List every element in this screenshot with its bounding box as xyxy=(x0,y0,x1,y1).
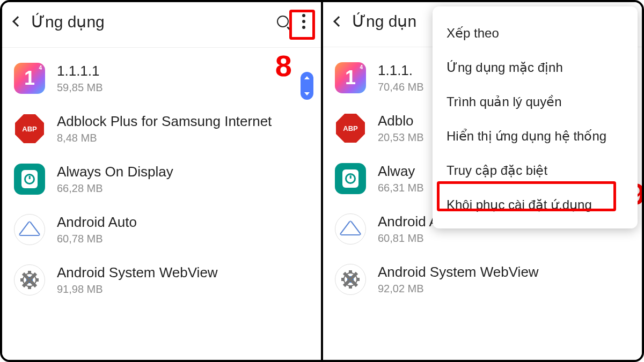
menu-show-system-apps[interactable]: Hiển thị ứng dụng hệ thống xyxy=(433,119,638,153)
app-icon-aod xyxy=(14,164,45,195)
app-icon-adblock: ABP xyxy=(335,113,366,144)
app-row[interactable]: ABP Adblock Plus for Samsung Internet 8,… xyxy=(2,104,321,154)
menu-reset-app-preferences[interactable]: Khôi phục cài đặt ứ.dụng xyxy=(433,188,638,222)
chevron-down-icon xyxy=(304,92,310,95)
app-icon-aod xyxy=(335,163,366,194)
app-name: Adblock Plus for Samsung Internet xyxy=(57,113,309,130)
app-icon-webview xyxy=(335,264,366,295)
app-name: Android System WebView xyxy=(378,264,630,280)
app-icon-1111: 14 xyxy=(14,63,45,94)
page-title: Ứng dụng xyxy=(31,12,267,31)
header: Ứng dụng xyxy=(2,2,321,48)
app-size: 66,28 MB xyxy=(57,182,309,195)
back-icon[interactable] xyxy=(333,16,344,27)
app-row[interactable]: Android System WebView 92,02 MB xyxy=(323,254,642,305)
more-icon[interactable] xyxy=(298,12,309,31)
app-name: Android System WebView xyxy=(57,264,309,281)
search-icon[interactable] xyxy=(277,16,289,27)
app-icon-webview xyxy=(14,264,45,295)
chevron-up-icon xyxy=(304,76,310,79)
menu-default-apps[interactable]: Ứng dụng mặc định xyxy=(433,50,638,85)
app-row[interactable]: Android Auto 60,78 MB xyxy=(2,204,321,255)
app-size: 91,98 MB xyxy=(57,283,309,295)
left-panel: Ứng dụng 8 14 1.1.1.1 59,85 MB ABP Adblo… xyxy=(2,2,323,360)
app-icon-adblock: ABP xyxy=(14,113,45,144)
scroll-handle[interactable] xyxy=(301,72,313,100)
app-list: 14 1.1.1.1 59,85 MB ABP Adblock Plus for… xyxy=(2,48,321,305)
app-name: 1.1.1.1 xyxy=(57,63,309,79)
app-icon-android-auto xyxy=(14,214,45,245)
back-icon[interactable] xyxy=(12,16,23,27)
app-size: 60,81 MB xyxy=(378,232,630,245)
app-size: 59,85 MB xyxy=(57,82,309,94)
overflow-menu: Xếp theo Ứng dụng mặc định Trình quản lý… xyxy=(433,6,638,228)
menu-special-access[interactable]: Truy cập đặc biệt xyxy=(433,153,638,188)
app-name: Always On Display xyxy=(57,164,309,180)
app-size: 8,48 MB xyxy=(57,132,309,144)
app-row[interactable]: Always On Display 66,28 MB xyxy=(2,154,321,204)
menu-sort-by[interactable]: Xếp theo xyxy=(433,16,638,50)
app-row[interactable]: 14 1.1.1.1 59,85 MB xyxy=(2,53,321,104)
app-row[interactable]: Android System WebView 91,98 MB xyxy=(2,255,321,305)
app-size: 60,78 MB xyxy=(57,233,309,245)
right-panel: Ứng dụn 14 1.1.1. 70,46 MB ABP Adblo 20,… xyxy=(323,2,642,360)
app-size: 92,02 MB xyxy=(378,283,630,295)
step-number-8: 8 xyxy=(275,48,292,83)
app-icon-android-auto xyxy=(335,213,366,245)
app-name: Android Auto xyxy=(57,214,309,231)
menu-permission-manager[interactable]: Trình quản lý quyền xyxy=(433,85,638,119)
app-icon-1111: 14 xyxy=(335,62,366,93)
